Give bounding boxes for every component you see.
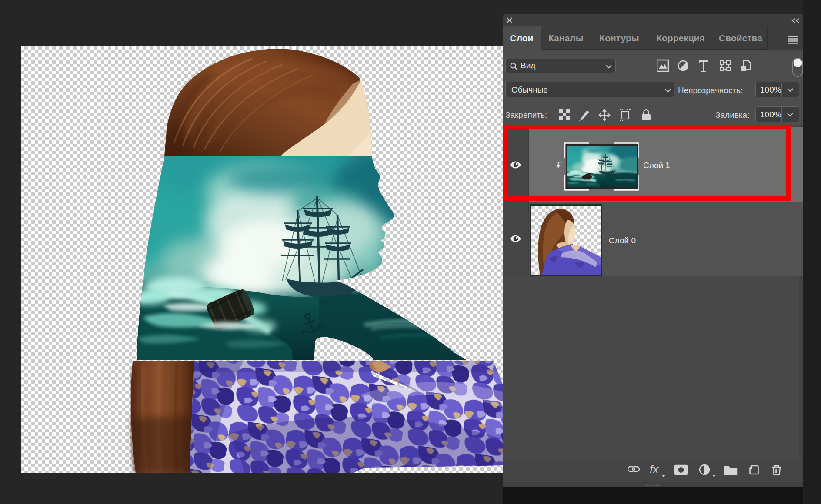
- svg-text:fx: fx: [650, 464, 659, 476]
